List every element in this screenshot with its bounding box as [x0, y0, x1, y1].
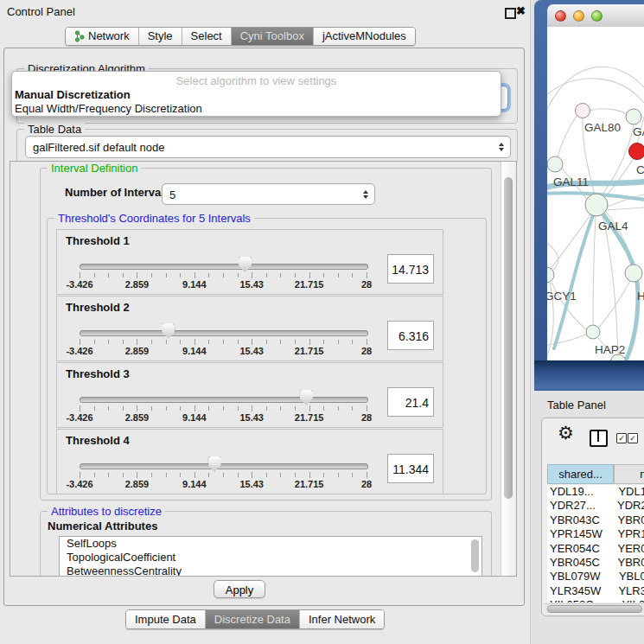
slider-tick	[137, 272, 137, 278]
slider-tick	[295, 340, 296, 344]
network-edge[interactable]	[604, 156, 634, 199]
threshold-3-slider-track[interactable]	[80, 397, 368, 403]
close-window-button[interactable]	[555, 10, 566, 22]
apply-button[interactable]: Apply	[214, 580, 265, 598]
attribute-item-betweennesscentrality[interactable]: BetweennessCentrality	[60, 564, 481, 577]
slider-tick	[223, 473, 224, 477]
slider-tick	[367, 472, 367, 478]
threshold-4-value-field[interactable]: 11.344	[387, 454, 434, 483]
algorithm-option-equal-width-frequency-discretization[interactable]: Equal Width/Frequency Discretization	[14, 102, 499, 116]
table-row[interactable]: YBL079WYBL0	[547, 570, 644, 583]
table-horizontal-scrollbar[interactable]	[544, 603, 644, 613]
network-node-gal[interactable]	[626, 109, 641, 124]
scrollbar-thumb[interactable]	[504, 177, 513, 499]
zoom-window-button[interactable]	[591, 10, 603, 22]
network-edge[interactable]	[593, 216, 596, 325]
network-node-gal80[interactable]	[576, 104, 590, 118]
gear-icon[interactable]: ⚙	[558, 424, 574, 442]
attribute-item-topologicalcoefficient[interactable]: TopologicalCoefficient	[60, 551, 481, 564]
threshold-2-slider-track[interactable]	[80, 330, 368, 336]
network-edge[interactable]	[547, 67, 644, 109]
threshold-1-slider-track[interactable]	[80, 264, 368, 270]
list-scrollbar[interactable]	[471, 539, 479, 572]
slider-tick	[323, 473, 324, 477]
column-layout-icon[interactable]	[590, 430, 608, 447]
numerical-attributes-list[interactable]: SelfLoopsTopologicalCoefficientBetweenne…	[59, 536, 482, 577]
network-node-c[interactable]	[629, 143, 644, 160]
attribute-item-selfloops[interactable]: SelfLoops	[60, 537, 481, 551]
slider-tick-label: -3.426	[66, 479, 92, 489]
float-window-icon[interactable]	[505, 8, 516, 19]
tab-select[interactable]: Select	[182, 28, 232, 45]
slider-tick	[238, 273, 239, 277]
settings-vertical-scrollbar[interactable]	[501, 162, 516, 576]
network-edge[interactable]	[547, 335, 586, 345]
tab-cyni-toolbox[interactable]: Cyni Toolbox	[232, 28, 314, 45]
slider-tick	[238, 406, 239, 411]
minimize-window-button[interactable]	[573, 10, 584, 22]
network-node-h[interactable]	[625, 265, 642, 282]
close-panel-icon[interactable]: ✖	[516, 4, 526, 17]
slider-tick	[208, 406, 209, 411]
network-view-titlebar[interactable]	[547, 4, 644, 28]
network-node-label: GAL80	[584, 121, 621, 134]
threshold-2-slider-thumb[interactable]	[162, 323, 175, 339]
threshold-1-value-field[interactable]: 14.713	[387, 254, 434, 284]
tab-label: Infer Network	[309, 611, 375, 628]
threshold-label: Threshold 3	[66, 367, 130, 380]
network-edge[interactable]	[599, 281, 630, 328]
threshold-4-slider-thumb[interactable]	[208, 456, 221, 472]
threshold-label: Threshold 2	[66, 301, 130, 314]
thresholds-group-label: Threshold's Coordinates for 5 Intervals	[54, 212, 254, 225]
checkbox-icon[interactable]: ✓	[616, 433, 627, 443]
threshold-2-value-field[interactable]: 6.316	[387, 321, 434, 350]
table-row[interactable]: YIL052CYIL0	[547, 598, 644, 603]
table-row[interactable]: YDR27...YDR2	[547, 499, 644, 513]
slider-tick	[194, 339, 195, 345]
network-edge[interactable]	[608, 207, 644, 210]
table-row[interactable]: YPR145WYPR1	[547, 527, 644, 541]
network-edge[interactable]	[590, 109, 628, 115]
tab-label: Discretize Data	[214, 611, 290, 628]
slider-tick	[223, 340, 224, 344]
table-row[interactable]: YLR345WYLR3	[547, 584, 644, 598]
network-edge[interactable]	[558, 116, 577, 156]
slider-tick	[180, 340, 181, 344]
network-node-label: HAP2	[595, 343, 625, 356]
table-row[interactable]: YER054CYER0	[547, 542, 644, 556]
table-row[interactable]: YBR045CYBR0	[547, 556, 644, 570]
tab-infer-network[interactable]: Infer Network	[300, 610, 384, 628]
slider-tick	[352, 473, 353, 477]
network-view-window-bottom-border	[534, 360, 644, 391]
scrollbar-thumb[interactable]	[547, 605, 642, 613]
threshold-3-value-field[interactable]: 21.4	[387, 387, 434, 417]
table-data-combobox[interactable]: galFiltered.sif default node	[25, 136, 511, 158]
network-canvas[interactable]: GAL80GALCGAL11GAL4GCY1HHAP2	[547, 27, 644, 360]
threshold-1-slider-thumb[interactable]	[239, 257, 252, 272]
table-row[interactable]: YBR043CYBR0	[547, 513, 644, 527]
tab-discretize-data[interactable]: Discretize Data	[206, 610, 300, 628]
number-of-intervals-combobox[interactable]: 5	[162, 183, 375, 205]
network-node-gal4[interactable]	[585, 194, 608, 216]
threshold-3-slider-thumb[interactable]	[300, 390, 313, 405]
column-header-na[interactable]: na	[614, 464, 644, 484]
network-node-gal11[interactable]	[547, 156, 563, 172]
algorithm-dropdown-popup: Select algorithm to view settings Manual…	[11, 71, 501, 117]
tab-network[interactable]: Network	[66, 28, 139, 45]
tab-impute-data[interactable]: Impute Data	[126, 610, 206, 628]
slider-tick	[266, 273, 267, 277]
tab-jactivemnodules[interactable]: jActiveMNodules	[314, 28, 415, 45]
network-node-label: GAL11	[553, 175, 589, 188]
table-data-label: Table Data	[24, 123, 85, 136]
table-row[interactable]: YDL19...YDL1	[547, 485, 644, 499]
algorithm-option-manual-discretization[interactable]: Manual Discretization	[14, 88, 499, 102]
slider-tick	[94, 273, 95, 277]
bottom-tab-bar: Impute DataDiscretize DataInfer Network	[125, 609, 385, 629]
tab-style[interactable]: Style	[139, 28, 182, 45]
column-header-shared[interactable]: shared...	[547, 464, 614, 484]
network-node-hap2[interactable]	[586, 325, 600, 339]
checkbox-icon[interactable]: ✓	[628, 433, 638, 443]
slider-tick	[80, 405, 80, 411]
network-edge[interactable]	[547, 79, 644, 103]
threshold-4-slider-track[interactable]	[80, 463, 368, 469]
